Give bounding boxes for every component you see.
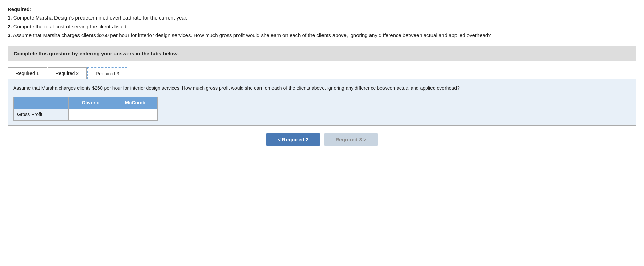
list-item-3-num: 3. xyxy=(8,32,12,38)
required-list: 1. Compute Marsha Design’s predetermined… xyxy=(8,13,636,40)
col-header-oliverio: Oliverio xyxy=(69,97,113,109)
list-item-1-num: 1. xyxy=(8,15,12,21)
gross-profit-table: Oliverio McComb Gross Profit xyxy=(13,97,158,121)
gross-profit-oliverio-input[interactable] xyxy=(69,110,113,119)
table-row: Gross Profit xyxy=(14,109,158,120)
table-header-row: Oliverio McComb xyxy=(14,97,158,109)
col-header-mccomb: McComb xyxy=(113,97,158,109)
list-item-2-num: 2. xyxy=(8,24,12,29)
gross-profit-mccomb-input[interactable] xyxy=(113,110,157,119)
list-item-1: 1. Compute Marsha Design’s predetermined… xyxy=(8,13,636,22)
gross-profit-label: Gross Profit xyxy=(14,109,69,120)
list-item-1-text: Compute Marsha Design’s predetermined ov… xyxy=(13,15,187,21)
tab-content-area: Assume that Marsha charges clients $260 … xyxy=(8,79,636,126)
tab-required-3[interactable]: Required 3 xyxy=(87,67,127,79)
nav-buttons: < Required 2 Required 3 > xyxy=(8,133,636,146)
page-wrapper: Required: 1. Compute Marsha Design’s pre… xyxy=(8,6,636,146)
prev-button[interactable]: < Required 2 xyxy=(266,133,320,146)
gross-profit-oliverio-cell[interactable] xyxy=(69,109,113,120)
tab-required-1[interactable]: Required 1 xyxy=(8,67,47,79)
list-item-3-text: Assume that Marsha charges clients $260 … xyxy=(13,32,491,38)
gross-profit-mccomb-cell[interactable] xyxy=(113,109,158,120)
table-wrapper: Oliverio McComb Gross Profit xyxy=(13,97,631,121)
tabs-container: Required 1 Required 2 Required 3 xyxy=(8,67,636,79)
list-item-2-text: Compute the total cost of serving the cl… xyxy=(13,24,128,29)
tab-required-2[interactable]: Required 2 xyxy=(48,67,87,79)
instruction-box: Complete this question by entering your … xyxy=(8,46,636,61)
tab-content-text: Assume that Marsha charges clients $260 … xyxy=(13,84,631,92)
list-item-2: 2. Compute the total cost of serving the… xyxy=(8,22,636,31)
next-button: Required 3 > xyxy=(324,133,378,146)
col-header-empty xyxy=(14,97,69,109)
required-heading: Required: xyxy=(8,6,636,12)
list-item-3: 3. Assume that Marsha charges clients $2… xyxy=(8,31,636,40)
